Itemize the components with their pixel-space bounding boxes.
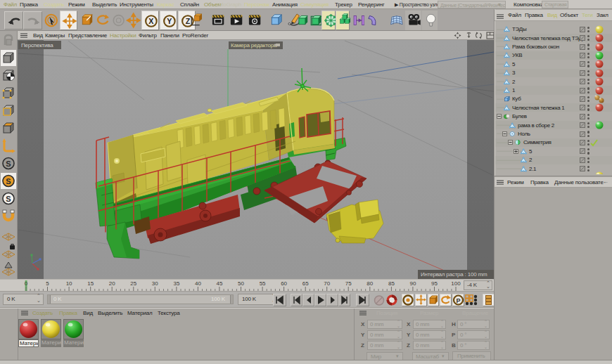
svg-text:25: 25	[130, 280, 136, 287]
svg-text:30: 30	[152, 280, 158, 287]
svg-text:55: 55	[260, 280, 266, 287]
svg-text:40: 40	[195, 280, 201, 287]
svg-text:90: 90	[409, 280, 416, 287]
svg-text:100: 100	[451, 280, 461, 287]
svg-text:75: 75	[345, 280, 352, 287]
svg-text:35: 35	[173, 280, 179, 287]
svg-text:85: 85	[388, 280, 395, 287]
svg-text:20: 20	[109, 280, 115, 287]
svg-text:5: 5	[46, 280, 49, 287]
svg-text:80: 80	[366, 280, 373, 287]
svg-text:60: 60	[281, 280, 287, 287]
svg-text:95: 95	[431, 280, 438, 287]
svg-text:65: 65	[302, 280, 309, 287]
svg-text:10: 10	[66, 280, 72, 287]
svg-text:15: 15	[87, 280, 94, 287]
svg-text:70: 70	[324, 280, 330, 287]
svg-text:45: 45	[216, 280, 222, 287]
svg-text:0: 0	[25, 280, 28, 287]
svg-text:50: 50	[238, 280, 244, 287]
svg-text:P: P	[456, 297, 460, 304]
